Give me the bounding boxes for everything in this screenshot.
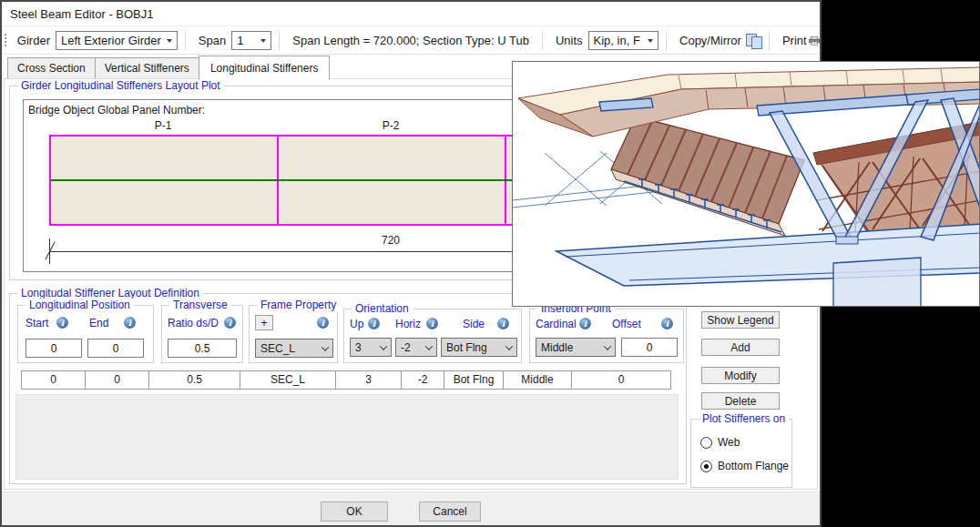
info-icon[interactable]: i (426, 318, 438, 329)
tab-longitudinal-stiffeners[interactable]: Longitudinal Stiffeners (199, 56, 331, 79)
info-icon[interactable]: i (368, 318, 380, 329)
plot-stiffeners-on-title: Plot Stiffeners on (699, 412, 789, 425)
definition-group-title: Longitudal Stiffener Layout Definition (17, 287, 203, 299)
transverse-title: Transverse (169, 299, 231, 311)
ok-button[interactable]: OK (321, 502, 388, 522)
dimension-value: 720 (363, 234, 418, 247)
delete-button[interactable]: Delete (701, 392, 780, 410)
cardinal-dropdown[interactable]: Middle (536, 338, 616, 357)
info-icon[interactable]: i (497, 318, 509, 329)
cell-side: Bot Flng (444, 371, 504, 389)
info-icon[interactable]: i (579, 318, 591, 329)
cell-frame-property: SEC_L (240, 371, 336, 389)
dialog-footer: OK Cancel (2, 492, 820, 525)
offset-label: Offset (612, 318, 641, 330)
panel-label-p2: P-2 (368, 119, 413, 132)
units-label: Units (556, 34, 583, 47)
ratio-label: Ratio ds/D (168, 317, 219, 329)
add-frame-property-button[interactable]: + (255, 315, 273, 330)
cancel-button[interactable]: Cancel (419, 502, 481, 522)
radio-web-label: Web (718, 436, 740, 449)
chevron-down-icon (322, 343, 329, 350)
separator (279, 32, 280, 50)
chevron-down-icon (604, 342, 611, 350)
ratio-input[interactable] (168, 339, 237, 358)
print-icon[interactable] (809, 34, 820, 48)
transverse-group: Transverse Ratio ds/D i (161, 305, 243, 363)
copy-mirror-icon[interactable] (746, 34, 761, 47)
radio-bottom-flange-label: Bottom Flange (718, 460, 789, 472)
horiz-dropdown[interactable]: -2 (395, 338, 437, 357)
stiffener-table-row[interactable]: 0 0 0.5 SEC_L 3 -2 Bot Flng Middle 0 (21, 370, 671, 390)
girder-dropdown[interactable]: Left Exterior Girder (56, 31, 178, 50)
cardinal-label: Cardinal (536, 318, 577, 330)
span-label: Span (199, 34, 226, 47)
title-bar: Steel Beam Editor - BOBJ1 (2, 2, 820, 26)
tab-cross-section[interactable]: Cross Section (7, 57, 96, 78)
bridge-3d-rendering (513, 62, 980, 307)
chevron-down-icon (380, 342, 387, 350)
cell-horiz: -2 (402, 371, 444, 389)
cell-ratio: 0.5 (149, 371, 240, 389)
radio-bottom-flange[interactable]: Bottom Flange (700, 460, 789, 472)
orientation-group: Orientation Up i Horiz i Side i 3 -2 Bot… (343, 309, 522, 363)
girder-label: Girder (17, 34, 50, 47)
modify-button[interactable]: Modify (701, 367, 780, 384)
info-icon[interactable]: i (56, 317, 68, 329)
longitudinal-position-title: Longitudinal Position (26, 299, 134, 311)
side-dropdown[interactable]: Bot Flng (441, 338, 517, 357)
separator (666, 32, 667, 50)
plot-stiffeners-on-group: Plot Stiffeners on Web Bottom Flange (690, 419, 792, 488)
show-legend-button[interactable]: Show Legend (701, 311, 780, 329)
cell-offset: 0 (572, 371, 670, 389)
up-label: Up (350, 318, 363, 330)
info-icon[interactable]: i (124, 317, 136, 329)
window-title: Steel Beam Editor - BOBJ1 (10, 7, 154, 21)
info-icon[interactable]: i (661, 318, 673, 329)
dropdown-arrow-icon (260, 39, 266, 43)
end-label: End (89, 317, 108, 329)
cell-start: 0 (22, 371, 86, 389)
panel-label-p1: P-1 (140, 119, 186, 132)
frame-property-title: Frame Property (257, 299, 340, 311)
offset-input[interactable] (621, 338, 678, 357)
separator (185, 32, 186, 50)
cell-up: 3 (336, 371, 402, 389)
side-label: Side (463, 318, 485, 330)
radio-button-icon[interactable] (700, 437, 712, 449)
copy-mirror-button[interactable]: Copy/Mirror (679, 34, 741, 47)
dropdown-arrow-icon (167, 39, 172, 43)
units-dropdown[interactable]: Kip, in, F (588, 31, 658, 50)
horiz-label: Horiz (395, 318, 421, 330)
info-icon[interactable]: i (317, 317, 329, 329)
plot-group-title: Girder Longitudinal Stiffeners Layout Pl… (17, 79, 224, 92)
definition-group-box: Longitudal Stiffener Layout Definition L… (9, 293, 687, 484)
radio-web[interactable]: Web (700, 436, 740, 449)
dropdown-arrow-icon (648, 39, 653, 43)
plot-header: Bridge Object Global Panel Number: (28, 104, 205, 117)
bridge-3d-view-window[interactable] (512, 61, 980, 307)
longitudinal-position-group: Longitudinal Position Start i End i (17, 305, 154, 363)
frame-property-dropdown[interactable]: SEC_L (255, 339, 333, 358)
stiffener-list-area[interactable] (15, 394, 679, 480)
cell-cardinal: Middle (504, 371, 572, 389)
start-input[interactable] (26, 339, 82, 358)
span-info-text: Span Length = 720.000; Section Type: U T… (292, 34, 529, 47)
separator (769, 32, 770, 50)
end-input[interactable] (87, 339, 144, 358)
up-dropdown[interactable]: 3 (350, 338, 392, 357)
chevron-down-icon (505, 342, 513, 350)
frame-property-group: Frame Property + i SEC_L (249, 305, 338, 363)
add-button[interactable]: Add (701, 339, 780, 356)
tab-vertical-stiffeners[interactable]: Vertical Stiffeners (95, 57, 199, 78)
desktop-backdrop: Steel Beam Editor - BOBJ1 Girder Left Ex… (0, 0, 980, 527)
chevron-down-icon (425, 342, 433, 350)
info-icon[interactable]: i (224, 317, 236, 329)
radio-button-icon[interactable] (700, 461, 712, 472)
toolbar: Girder Left Exterior Girder Span 1 Span … (2, 27, 820, 55)
tab-strip: Cross Section Vertical Stiffeners Longit… (7, 56, 329, 78)
print-button[interactable]: Print (782, 34, 807, 47)
span-dropdown[interactable]: 1 (231, 31, 271, 50)
separator (542, 32, 543, 50)
toolbar-grip-handle[interactable] (5, 34, 6, 48)
